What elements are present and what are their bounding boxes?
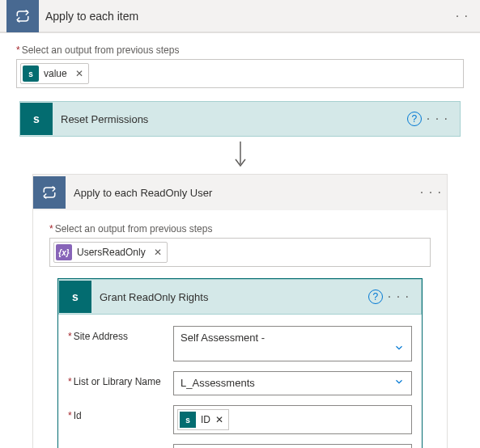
list-name-value: L_Assessments <box>181 377 255 389</box>
more-menu[interactable]: · · <box>451 9 474 23</box>
select-output-label: *Select an output from previous steps <box>16 44 464 56</box>
help-icon[interactable]: ? <box>368 290 383 304</box>
list-name-label: *List or Library Name <box>68 371 173 387</box>
chevron-down-icon[interactable] <box>393 376 405 390</box>
grant-readonly-header[interactable]: s Grant ReadOnly Rights ? · · · <box>58 279 422 315</box>
more-menu[interactable]: · · · <box>422 112 453 126</box>
select-output-input[interactable]: {x} UsersReadOnly ✕ <box>49 238 431 267</box>
sharepoint-icon: s <box>59 281 91 313</box>
id-input[interactable]: s ID ✕ <box>173 405 412 434</box>
site-address-input[interactable]: Self Assessment - <box>173 326 412 361</box>
token-label: value <box>44 68 67 79</box>
recipients-input[interactable]: Current item ✕ <box>173 444 412 448</box>
token-usersreadonly[interactable]: {x} UsersReadOnly ✕ <box>53 242 168 263</box>
token-label: UsersReadOnly <box>77 247 146 258</box>
field-site-address: *Site Address Self Assessment - <box>68 326 412 361</box>
help-icon[interactable]: ? <box>407 112 422 126</box>
token-label: ID <box>201 414 210 425</box>
apply-to-each-item-body: *Select an output from previous steps s … <box>0 33 480 448</box>
sharepoint-icon: s <box>20 103 53 135</box>
flow-arrow-icon <box>16 142 464 169</box>
apply-to-each-item-title: Apply to each item <box>39 10 451 23</box>
site-address-value: Self Assessment - <box>181 332 265 344</box>
apply-to-each-item-header[interactable]: Apply to each item · · <box>0 0 480 32</box>
apply-to-each-item: Apply to each item · · <box>0 0 480 33</box>
site-address-label: *Site Address <box>68 326 173 342</box>
field-list-name: *List or Library Name L_Assessments <box>68 371 412 395</box>
loop-icon <box>33 176 66 209</box>
more-menu[interactable]: · · · <box>383 290 414 304</box>
select-output-label: *Select an output from previous steps <box>49 223 431 235</box>
field-id: *Id s ID ✕ <box>68 405 412 434</box>
list-name-input[interactable]: L_Assessments <box>173 371 412 395</box>
remove-token-icon[interactable]: ✕ <box>72 68 83 79</box>
more-menu[interactable]: · · · <box>415 185 447 200</box>
apply-to-each-readonly-body: *Select an output from previous steps {x… <box>33 210 447 448</box>
recipients-label: *Recipients <box>68 444 173 448</box>
select-output-input[interactable]: s value ✕ <box>16 59 464 88</box>
chevron-down-icon[interactable] <box>393 342 405 356</box>
sharepoint-chip-icon: s <box>180 412 196 428</box>
token-id[interactable]: s ID ✕ <box>177 409 229 430</box>
field-recipients: *Recipients Current item ✕ <box>68 444 412 448</box>
token-value[interactable]: s value ✕ <box>20 63 89 84</box>
reset-permissions-header[interactable]: s Reset Permissions ? · · · <box>19 101 461 137</box>
remove-token-icon[interactable]: ✕ <box>215 414 223 425</box>
sharepoint-chip-icon: s <box>23 66 39 82</box>
grant-readonly-rights-action: s Grant ReadOnly Rights ? · · · *Site Ad… <box>57 278 423 448</box>
apply-to-each-readonly-title: Apply to each ReadOnly User <box>66 187 415 199</box>
remove-token-icon[interactable]: ✕ <box>151 247 162 258</box>
apply-to-each-readonly-user: Apply to each ReadOnly User · · · *Selec… <box>32 174 448 448</box>
apply-to-each-readonly-header[interactable]: Apply to each ReadOnly User · · · <box>33 175 447 210</box>
reset-permissions-action: s Reset Permissions ? · · · <box>19 101 461 137</box>
expression-chip-icon: {x} <box>56 244 72 260</box>
grant-readonly-title: Grant ReadOnly Rights <box>100 291 368 303</box>
id-label: *Id <box>68 405 173 421</box>
reset-permissions-title: Reset Permissions <box>61 113 407 125</box>
loop-icon <box>6 0 39 32</box>
